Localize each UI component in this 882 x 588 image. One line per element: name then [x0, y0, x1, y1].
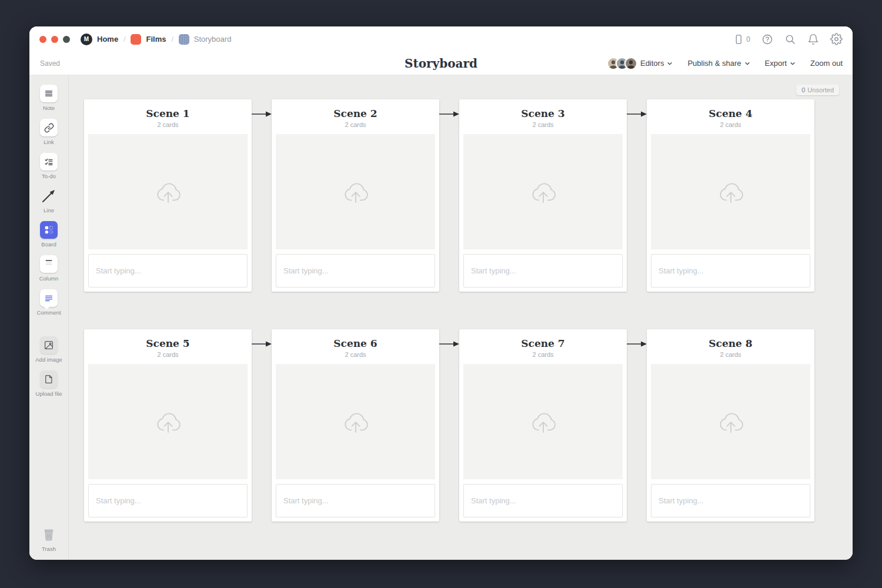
- board-canvas[interactable]: 0 Unsorted Scene 1 2 cards: [69, 75, 853, 560]
- scene-title: Scene 5: [88, 337, 248, 350]
- image-upload-dropzone[interactable]: [88, 134, 248, 249]
- scene-card-8[interactable]: Scene 8 2 cards: [647, 329, 814, 522]
- search-button[interactable]: [784, 34, 796, 45]
- breadcrumb: M Home / Films / Storyboard: [81, 34, 231, 45]
- milanote-logo-icon: M: [81, 34, 92, 45]
- trash-icon: [41, 527, 56, 542]
- connector-arrow[interactable]: [439, 99, 459, 118]
- chevron-down-icon: [790, 61, 796, 66]
- scene-card-count: 2 cards: [88, 351, 248, 358]
- notifications-button[interactable]: [807, 34, 819, 45]
- app-window: M Home / Films / Storyboard 0: [29, 26, 853, 560]
- scene-text-input[interactable]: [659, 266, 803, 275]
- cloud-upload-icon: [339, 407, 373, 436]
- sidebar-item-line[interactable]: Line: [40, 187, 58, 213]
- scene-text-input[interactable]: [471, 496, 615, 505]
- image-upload-dropzone[interactable]: [651, 134, 810, 249]
- image-upload-dropzone[interactable]: [88, 364, 248, 479]
- unsorted-label: Unsorted: [807, 86, 834, 93]
- window-zoom-button[interactable]: [63, 36, 70, 43]
- scene-note-input-wrap: [88, 484, 248, 517]
- zoom-out-label: Zoom out: [810, 59, 843, 68]
- sidebar-item-upload-file[interactable]: Upload file: [36, 370, 62, 397]
- export-menu[interactable]: Export: [765, 59, 796, 68]
- scene-title: Scene 7: [463, 337, 623, 350]
- editors-label: Editors: [640, 59, 664, 68]
- bell-icon: [807, 34, 819, 45]
- device-count: 0: [746, 35, 750, 44]
- image-upload-dropzone[interactable]: [463, 134, 623, 249]
- scene-card-3[interactable]: Scene 3 2 cards: [459, 99, 627, 292]
- scene-row-1: Scene 1 2 cards Scene 2 2: [84, 99, 853, 292]
- export-label: Export: [765, 59, 787, 68]
- sidebar-item-board[interactable]: Board: [40, 221, 58, 248]
- breadcrumb-home[interactable]: M Home: [81, 34, 118, 45]
- breadcrumb-separator: /: [171, 35, 173, 44]
- image-upload-dropzone[interactable]: [463, 364, 623, 479]
- device-preview-button[interactable]: 0: [733, 34, 750, 45]
- scene-text-input[interactable]: [283, 266, 427, 275]
- scene-card-6[interactable]: Scene 6 2 cards: [272, 329, 439, 522]
- editors-menu[interactable]: Editors: [607, 57, 673, 70]
- breadcrumb-films[interactable]: Films: [131, 34, 166, 45]
- titlebar-actions: 0: [733, 33, 843, 45]
- scene-text-input[interactable]: [471, 266, 615, 275]
- connector-arrow[interactable]: [252, 329, 272, 348]
- scene-card-4[interactable]: Scene 4 2 cards: [647, 99, 814, 292]
- window-close-button[interactable]: [39, 36, 46, 43]
- scene-text-input[interactable]: [96, 266, 240, 275]
- window-minimize-button[interactable]: [51, 36, 58, 43]
- scene-card-count: 2 cards: [276, 351, 435, 358]
- scene-card-7[interactable]: Scene 7 2 cards: [459, 329, 627, 522]
- chevron-down-icon: [667, 61, 673, 66]
- help-icon: [761, 34, 773, 45]
- scene-note-input-wrap: [276, 254, 435, 288]
- add-image-icon: [44, 340, 54, 350]
- sidebar-item-add-image[interactable]: Add image: [35, 336, 62, 363]
- sidebar-item-trash[interactable]: Trash: [40, 526, 58, 552]
- scene-card-2[interactable]: Scene 2 2 cards: [272, 99, 439, 292]
- cloud-upload-icon: [151, 178, 185, 206]
- sidebar-item-note[interactable]: Note: [40, 85, 58, 111]
- header-toolbar: Editors Publish & share Export Zoom out: [607, 57, 843, 70]
- scene-card-5[interactable]: Scene 5 2 cards: [84, 329, 252, 522]
- scene-text-input[interactable]: [96, 496, 240, 505]
- scene-note-input-wrap: [276, 484, 435, 517]
- scene-title: Scene 1: [88, 107, 248, 120]
- publish-share-menu[interactable]: Publish & share: [687, 59, 750, 68]
- header: Saved Storyboard Editors Publish & share…: [29, 52, 853, 75]
- image-upload-dropzone[interactable]: [276, 364, 435, 479]
- cloud-upload-icon: [714, 178, 748, 206]
- saved-status: Saved: [40, 59, 60, 68]
- scene-text-input[interactable]: [283, 496, 427, 505]
- settings-button[interactable]: [830, 33, 843, 45]
- sidebar-item-column[interactable]: Column: [39, 255, 59, 282]
- scene-title: Scene 8: [651, 337, 810, 350]
- sidebar-item-comment[interactable]: Comment: [36, 289, 61, 316]
- unsorted-tray-badge[interactable]: 0 Unsorted: [796, 85, 839, 95]
- scene-text-input[interactable]: [659, 496, 803, 505]
- connector-arrow[interactable]: [439, 329, 459, 348]
- connector-arrow[interactable]: [627, 99, 647, 118]
- scene-note-input-wrap: [651, 484, 810, 517]
- scene-note-input-wrap: [88, 254, 248, 288]
- scene-card-count: 2 cards: [463, 351, 623, 358]
- unsorted-count: 0: [801, 86, 805, 93]
- sidebar-item-todo[interactable]: To-do: [40, 153, 58, 179]
- connector-arrow[interactable]: [627, 329, 647, 348]
- sidebar-item-link[interactable]: Link: [40, 119, 58, 145]
- breadcrumb-storyboard[interactable]: Storyboard: [179, 34, 232, 45]
- image-upload-dropzone[interactable]: [276, 134, 435, 249]
- scene-note-input-wrap: [651, 254, 810, 288]
- upload-file-icon: [44, 374, 54, 385]
- cloud-upload-icon: [339, 178, 373, 206]
- scene-card-1[interactable]: Scene 1 2 cards: [84, 99, 252, 292]
- connector-arrow[interactable]: [252, 99, 272, 118]
- image-upload-dropzone[interactable]: [651, 364, 810, 479]
- help-button[interactable]: [761, 34, 773, 45]
- tool-sidebar: Note Link To-do Line Board Column: [29, 75, 69, 560]
- scene-title: Scene 2: [276, 107, 435, 120]
- scene-card-count: 2 cards: [463, 121, 623, 128]
- column-icon: [44, 258, 54, 270]
- zoom-out-button[interactable]: Zoom out: [810, 59, 843, 68]
